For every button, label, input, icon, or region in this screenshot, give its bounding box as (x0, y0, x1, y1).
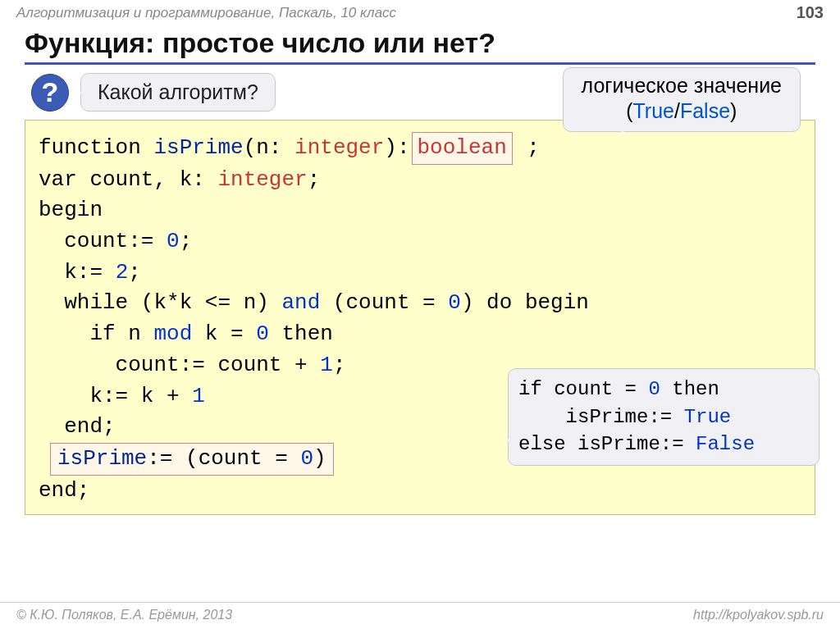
callout-boolean: логическое значение (True/False) (563, 67, 801, 132)
page-number: 103 (797, 3, 824, 22)
slide-title: Функция: простое число или нет? (25, 27, 815, 65)
slide-footer: © К.Ю. Поляков, Е.А. Ерёмин, 2013 http:/… (0, 602, 840, 629)
code-block: function isPrime(n: integer):boolean ; v… (25, 120, 815, 515)
question-bubble: Какой алгоритм? (80, 73, 276, 112)
slide-header: Алгоритмизация и программирование, Паска… (0, 0, 840, 25)
question-mark-icon: ? (31, 74, 69, 112)
callout-if-else: if count = 0 then isPrime:= True else is… (508, 368, 819, 466)
subject-label: Алгоритмизация и программирование, Паска… (16, 5, 396, 21)
callout-line2: (True/False) (582, 98, 782, 124)
callout-line1: логическое значение (582, 73, 782, 98)
footer-url: http://kpolyakov.spb.ru (693, 608, 824, 622)
copyright: © К.Ю. Поляков, Е.А. Ерёмин, 2013 (16, 608, 232, 622)
